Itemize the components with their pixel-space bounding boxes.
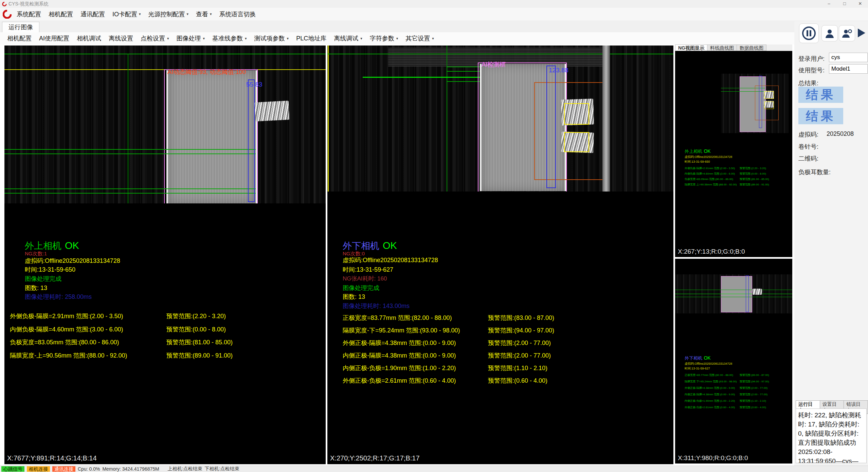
measurement-warn: 预警范围:(2.00 - 77.00)	[740, 386, 767, 390]
measurement-warn: 预警范围:(2.20 - 3.20)	[740, 166, 766, 170]
titlebar: CYS-视觉检测系统	[0, 0, 868, 8]
ng-view-tabs: NG视图显示 料线曲线图 数据曲线图	[675, 44, 792, 51]
user-icon	[824, 28, 835, 39]
measurement-warn: 预警范围:(94.00 - 97.00)	[488, 326, 554, 334]
result-display-2: 结果	[798, 108, 843, 124]
tab-material-curve[interactable]: 料线曲线图	[707, 44, 737, 51]
time-label: 时间:13-31-59-650	[25, 266, 75, 274]
measurement-warn: 预警范围:(83.00 - 87.00)	[740, 373, 769, 377]
time-label: 时间:13-31-59-627	[685, 366, 710, 371]
tool-baseline-params[interactable]: 基准线参数▾	[209, 33, 251, 44]
tab-data-curve[interactable]: 数据曲线图	[737, 44, 766, 51]
maximize-button[interactable]: □	[837, 0, 852, 8]
cursor-position-status: X:270;Y:2502;R:17;G:17;B:17	[330, 454, 420, 462]
ng-thumbnail-2[interactable]: 外下相机 OK 虚拟码:Offline20250208133134728 时间:…	[675, 259, 792, 464]
roi-magenta-box	[164, 69, 258, 203]
model-label: 使用型号:	[798, 66, 825, 74]
tool-camera-config[interactable]: 相机配置	[3, 33, 35, 44]
login-user-label: 登录用户:	[798, 55, 825, 63]
menu-item-comm-config[interactable]: 通讯配置	[77, 8, 109, 20]
ai-time-label: NG张AI耗时: 160	[343, 275, 387, 283]
chevron-down-icon: ▾	[432, 36, 434, 41]
right-camera-image[interactable]: AI检测框 123.88	[327, 46, 673, 192]
measurement-warn: 预警范围:(89.00 - 91.00)	[740, 183, 769, 186]
measurement-warn: 预警范围:(0.00 - 8.00)	[740, 172, 766, 176]
model-input[interactable]	[829, 64, 868, 74]
minimize-button[interactable]: –	[821, 0, 837, 8]
menu-item-camera-config[interactable]: 相机配置	[45, 8, 77, 20]
menu-item-system-config[interactable]: 系统配置	[13, 8, 45, 20]
virtual-code-label: 虚拟码:Offline20250208133134728	[343, 256, 438, 264]
camera-result: OK	[383, 240, 397, 251]
pause-button[interactable]	[799, 23, 819, 43]
tool-plc-address[interactable]: PLC地址库	[292, 33, 330, 44]
roi-blue-box	[759, 76, 762, 128]
tool-ai-use-config[interactable]: AI使用配置	[35, 33, 73, 44]
tool-char-params[interactable]: 字符参数▾	[366, 33, 402, 44]
camera-name: 外下相机	[343, 241, 379, 251]
camera-name: 外上相机	[685, 149, 702, 154]
tool-camera-debug[interactable]: 相机调试	[73, 33, 105, 44]
chevron-down-icon: ▾	[396, 36, 398, 41]
tool-spot-check[interactable]: 点检设置▾	[137, 33, 173, 44]
cursor-position-status: X:267;Y:13;R:0;G:0;B:0	[678, 248, 745, 255]
tool-offline-debug[interactable]: 离线调试▾	[330, 33, 366, 44]
chevron-down-icon: ▾	[139, 12, 141, 16]
negative-tab-count-label: 负极耳数量:	[798, 168, 831, 176]
user-login-button[interactable]	[821, 25, 838, 41]
start-button[interactable]	[857, 26, 868, 40]
arrow-right-icon	[857, 27, 867, 39]
left-camera-panel: AI动态阈值:93, 动态阈值:100 55.83 外上相机OK NG次数:1 …	[4, 46, 326, 464]
measurement-warn: 预警范围:(0.00 - 8.00)	[166, 325, 226, 333]
green-guide-line	[675, 294, 792, 294]
chevron-down-icon: ▾	[360, 36, 362, 41]
close-button[interactable]: ✕	[852, 0, 868, 8]
chevron-down-icon: ▾	[210, 12, 212, 16]
cursor-position-status: X:311;Y:980;R:0;G:0;B:0	[678, 454, 748, 462]
green-guide-line	[327, 54, 673, 54]
measurement-warn: 预警范围:(2.00 - 77.00)	[488, 351, 551, 360]
chevron-down-icon: ▾	[287, 36, 289, 41]
tab-ng-view[interactable]: NG视图显示	[675, 44, 707, 51]
camera-result: OK	[704, 355, 710, 361]
roi-blue-box	[546, 66, 556, 188]
menu-item-language-switch[interactable]: 系统语言切换	[216, 8, 260, 20]
tab-run-image[interactable]: 运行图像	[2, 22, 39, 32]
green-guide-line	[447, 46, 447, 192]
measurement-warn: 预警范围:(2.00 - 77.00)	[488, 339, 551, 347]
tool-offline-settings[interactable]: 离线设置	[105, 33, 137, 44]
tool-image-processing[interactable]: 图像处理▾	[173, 33, 209, 44]
login-user-input[interactable]	[829, 53, 868, 62]
log-line: 2025:02:08-13:31:59:650—cys—外上相机—图像处理耗时:…	[798, 447, 864, 463]
comm-connection-badge: 通讯连接	[52, 466, 75, 472]
left-camera-image[interactable]: AI动态阈值:93, 动态阈值:100 55.83	[4, 46, 326, 203]
tool-test-item-params[interactable]: 测试项参数▾	[251, 33, 293, 44]
measurement-text: 隔膜宽度-上=90.56mm 范围:(88.00 - 92.00)	[10, 351, 127, 360]
ng-count-label: NG次数:1	[25, 251, 47, 257]
width-value-label: 55.83	[246, 81, 263, 88]
log-line: 耗时: 222, 缺陷检测耗时: 17, 缺陷分类耗时: 0, 缺陷提取分区耗时…	[798, 411, 864, 447]
measurement-warn: 预警范围:(0.60 - 4.00)	[740, 405, 766, 409]
user-settings-button[interactable]	[839, 25, 855, 41]
ai-threshold-label: AI动态阈值:93, 动态阈值:100	[167, 68, 246, 76]
green-guide-line	[128, 54, 128, 203]
tab-foil	[753, 289, 762, 295]
measurement-warn: 预警范围:(81.00 - 85.00)	[166, 338, 233, 346]
lower-camera-status: 下相机:点检结束	[205, 466, 239, 472]
tool-other-settings[interactable]: 其它设置▾	[402, 33, 438, 44]
virtual-code-label: 虚拟码:Offline20250208133134728	[685, 362, 732, 366]
roi-orange-box	[534, 82, 606, 180]
menu-item-io-card-config[interactable]: IO卡配置▾	[109, 8, 145, 20]
menu-item-view[interactable]: 查看▾	[192, 8, 216, 20]
cursor-position-status: X:7677;Y:891;R:14;G:14;B:14	[7, 454, 97, 462]
virtual-code-label: 虚拟码:Offline20250208133134728	[685, 155, 732, 159]
camera-connection-badge: 相机连接	[27, 466, 50, 472]
chevron-down-icon: ▾	[203, 36, 205, 41]
measurement-warn: 预警范围:(2.00 - 77.00)	[740, 393, 767, 396]
frame-count-label: 图数: 13	[343, 293, 365, 301]
menu-item-light-config[interactable]: 光源控制配置▾	[145, 8, 193, 20]
ng-yellow-box	[764, 102, 774, 109]
log-text-area[interactable]: 耗时: 222, 缺陷检测耗时: 17, 缺陷分类耗时: 0, 缺陷提取分区耗时…	[796, 409, 867, 463]
ng-thumbnail-1[interactable]: 外上相机 OK 虚拟码:Offline20250208133134728 时间:…	[675, 51, 792, 257]
time-label: 时间:13-31-59-650	[685, 160, 710, 164]
